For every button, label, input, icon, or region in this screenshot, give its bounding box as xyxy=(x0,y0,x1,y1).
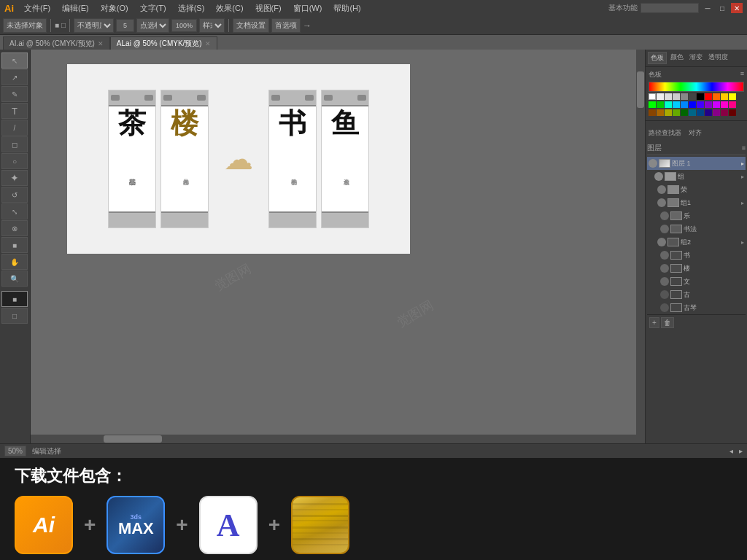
layer-eye-0[interactable] xyxy=(649,159,657,168)
swatch[interactable] xyxy=(681,109,688,116)
layer-item-0[interactable]: 图层 1 ▸ xyxy=(647,157,746,170)
opacity-input[interactable] xyxy=(171,19,197,32)
swatch[interactable] xyxy=(657,93,664,100)
swatch[interactable] xyxy=(665,109,672,116)
line-tool[interactable]: / xyxy=(1,120,28,136)
swatch[interactable] xyxy=(729,101,736,108)
layer-item-8[interactable]: 楼 xyxy=(647,262,746,275)
tab-1-close[interactable]: ✕ xyxy=(98,40,104,47)
layer-item-3[interactable]: 组1 ▸ xyxy=(647,196,746,209)
layer-item-11[interactable]: 古琴 xyxy=(647,301,746,314)
layer-eye-5[interactable] xyxy=(660,225,669,233)
menu-window[interactable]: 窗口(W) xyxy=(289,1,327,15)
menu-type[interactable]: 文字(T) xyxy=(136,1,171,15)
layer-eye-9[interactable] xyxy=(660,277,669,286)
close-button[interactable]: ✕ xyxy=(731,3,743,13)
swatch[interactable] xyxy=(657,109,664,116)
layer-item-10[interactable]: 古 xyxy=(647,288,746,301)
doc-setup-btn[interactable]: 文档设置 xyxy=(233,18,269,33)
canvas-area[interactable]: 觉图网 觉图网 觉图网 觉图网 觉图网 觉图网 茶 xyxy=(31,50,645,443)
swatch[interactable] xyxy=(657,101,664,108)
layer-eye-4[interactable] xyxy=(660,211,669,220)
gradient-tab[interactable]: 渐变 xyxy=(687,52,705,64)
artwork-canvas[interactable]: 茶 茶楼书品 人文茶道 楼 xyxy=(67,64,410,254)
zoom-selector[interactable]: 50% xyxy=(4,446,26,456)
swatch[interactable] xyxy=(721,109,728,116)
brush-tool[interactable]: ✦ xyxy=(1,170,28,186)
fill-color[interactable]: ■ xyxy=(1,291,28,307)
pathfinder-tab[interactable]: 路径查找器 xyxy=(649,129,681,136)
layer-eye-1[interactable] xyxy=(654,172,663,181)
swatch[interactable] xyxy=(713,93,720,100)
align-tab[interactable]: 对齐 xyxy=(689,129,702,136)
pen-tool[interactable]: ✎ xyxy=(1,86,28,102)
delete-layer-btn[interactable]: 🗑 xyxy=(661,317,674,328)
swatch[interactable] xyxy=(665,101,672,108)
layer-item-9[interactable]: 文 xyxy=(647,275,746,288)
swatch[interactable] xyxy=(697,109,704,116)
swatch[interactable] xyxy=(689,109,696,116)
rotate-tool[interactable]: ↺ xyxy=(1,187,28,203)
layer-item-6[interactable]: 组2 ▸ xyxy=(647,236,746,249)
horizontal-scrollbar[interactable] xyxy=(31,435,636,443)
stroke-style[interactable]: 点选框 xyxy=(136,18,169,33)
stroke-color[interactable]: □ xyxy=(1,308,28,324)
layer-eye-10[interactable] xyxy=(660,290,669,299)
scroll-right-btn[interactable]: ▸ xyxy=(739,447,743,455)
swatch[interactable] xyxy=(665,93,672,100)
menu-object[interactable]: 对象(O) xyxy=(96,1,133,15)
swatch[interactable] xyxy=(649,101,656,108)
swatch[interactable] xyxy=(697,93,704,100)
layer-item-4[interactable]: 乐 xyxy=(647,209,746,222)
stroke-select[interactable]: 不透明度 xyxy=(74,18,114,33)
layer-item-5[interactable]: 书法 xyxy=(647,222,746,236)
swatch[interactable] xyxy=(705,109,712,116)
swatch[interactable] xyxy=(673,109,680,116)
menu-effect[interactable]: 效果(C) xyxy=(212,1,247,15)
hand-tool[interactable]: ✋ xyxy=(1,254,28,270)
layer-expand-6[interactable]: ▸ xyxy=(741,239,744,246)
menu-file[interactable]: 文件(F) xyxy=(20,1,55,15)
layer-item-1[interactable]: 组 ▸ xyxy=(647,170,746,183)
swatch[interactable] xyxy=(689,101,696,108)
swatch[interactable] xyxy=(681,101,688,108)
gradient-tool[interactable]: ■ xyxy=(1,237,28,253)
transparency-tab[interactable]: 透明度 xyxy=(706,52,730,64)
direct-select-tool[interactable]: ↗ xyxy=(1,69,28,85)
new-layer-btn[interactable]: + xyxy=(649,317,659,328)
vertical-scrollbar[interactable] xyxy=(636,50,645,443)
layer-eye-7[interactable] xyxy=(660,251,669,260)
menu-select[interactable]: 选择(S) xyxy=(174,1,209,15)
swatch[interactable] xyxy=(689,93,696,100)
style-select[interactable]: 样式 xyxy=(199,18,225,33)
swatch[interactable] xyxy=(713,109,720,116)
layer-expand-3[interactable]: ▸ xyxy=(741,200,744,206)
swatch[interactable] xyxy=(729,109,736,116)
swatch[interactable] xyxy=(721,101,728,108)
tab-2[interactable]: ALai @ 50% (CMYK/预览) ✕ xyxy=(110,36,217,50)
swatch[interactable] xyxy=(705,93,712,100)
menu-view[interactable]: 视图(F) xyxy=(251,1,286,15)
swatch-tab[interactable]: 颜色 xyxy=(668,52,686,64)
minimize-button[interactable]: ─ xyxy=(702,3,713,13)
select-tool[interactable]: ↖ xyxy=(1,52,28,69)
swatches-menu[interactable]: ≡ xyxy=(740,70,744,79)
tab-1[interactable]: AI.ai @ 50% (CMYK/预览) ✕ xyxy=(3,36,110,50)
swatch[interactable] xyxy=(697,101,704,108)
layer-eye-8[interactable] xyxy=(660,264,669,273)
scale-tool[interactable]: ⤡ xyxy=(1,203,28,219)
swatch[interactable] xyxy=(705,101,712,108)
rect-tool[interactable]: ◻ xyxy=(1,136,28,152)
arrow-icon[interactable]: → xyxy=(303,20,311,31)
type-tool[interactable]: T xyxy=(1,103,28,119)
layer-item-2[interactable]: 荣 xyxy=(647,183,746,196)
maximize-button[interactable]: □ xyxy=(716,3,728,13)
menu-edit[interactable]: 编辑(E) xyxy=(58,1,93,15)
stroke-width[interactable] xyxy=(116,19,134,32)
blend-tool[interactable]: ⊗ xyxy=(1,220,28,236)
color-tab[interactable]: 色板 xyxy=(648,52,667,64)
swatch[interactable] xyxy=(673,101,680,108)
swatch[interactable] xyxy=(681,93,688,100)
layer-item-7[interactable]: 书 xyxy=(647,249,746,262)
swatch-white[interactable] xyxy=(649,93,656,100)
